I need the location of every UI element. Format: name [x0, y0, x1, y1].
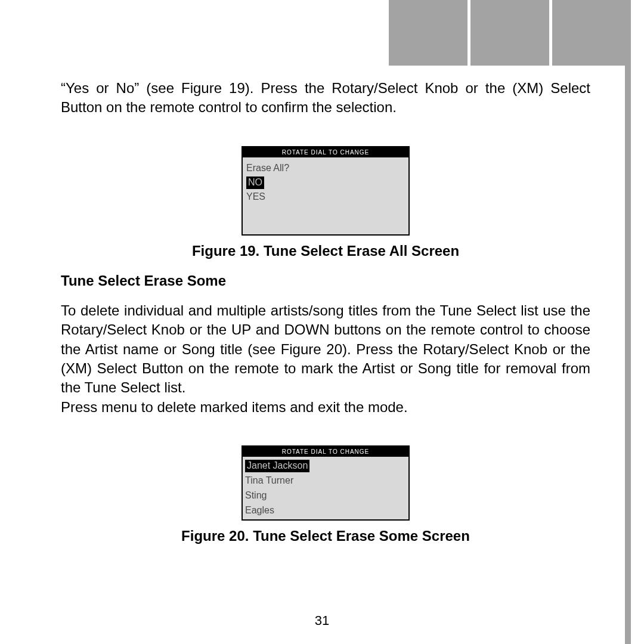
lcd-artist-item: Janet Jackson [245, 460, 309, 472]
lcd-artist-item: Tina Turner [245, 473, 293, 488]
page-content: “Yes or No” (see Figure 19). Press the R… [61, 79, 590, 544]
right-margin-strip [625, 66, 631, 644]
lcd-artist-item: Eagles [245, 503, 274, 518]
lcd-header: ROTATE DIAL TO CHANGE [243, 147, 408, 157]
paragraph-erase-some-exit: Press menu to delete marked items and ex… [61, 398, 590, 417]
lcd-artist-item: Sting [245, 488, 267, 503]
lcd-option-yes: YES [246, 190, 265, 204]
header-tab-segment [467, 0, 549, 66]
header-tab-strip [389, 0, 631, 66]
figure-19-container: ROTATE DIAL TO CHANGE Erase All? NO YES [61, 146, 590, 236]
lcd-prompt: Erase All? [246, 161, 405, 175]
section-heading-erase-some: Tune Select Erase Some [61, 273, 590, 289]
lcd-header: ROTATE DIAL TO CHANGE [243, 447, 408, 457]
header-tab-segment [389, 0, 467, 66]
lcd-option-no: NO [246, 177, 264, 189]
lcd-screen-erase-some: ROTATE DIAL TO CHANGE Janet Jackson Tina… [242, 445, 410, 521]
figure-20-container: ROTATE DIAL TO CHANGE Janet Jackson Tina… [61, 445, 590, 521]
paragraph-intro: “Yes or No” (see Figure 19). Press the R… [61, 79, 590, 117]
lcd-body: Janet Jackson Tina Turner Sting Eagles [243, 457, 408, 519]
lcd-body: Erase All? NO YES [243, 157, 408, 210]
figure-20-caption: Figure 20. Tune Select Erase Some Screen [61, 528, 590, 544]
figure-19-caption: Figure 19. Tune Select Erase All Screen [61, 243, 590, 259]
header-tab-segment [549, 0, 631, 66]
page-number: 31 [0, 613, 644, 628]
paragraph-erase-some: To delete individual and multiple artist… [61, 301, 590, 398]
lcd-screen-erase-all: ROTATE DIAL TO CHANGE Erase All? NO YES [242, 146, 410, 236]
